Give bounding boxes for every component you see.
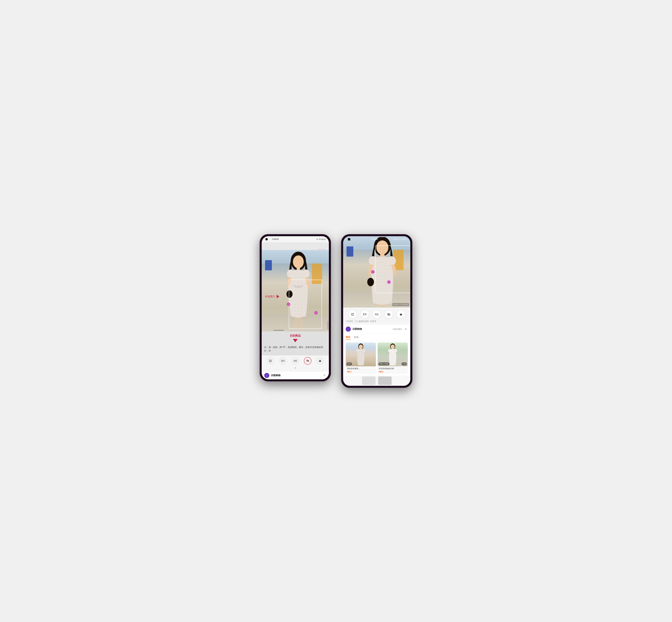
phone-left: 中国联通 👁 76 00:16 关注 — [260, 234, 331, 381]
3d-icon[interactable]: ◈ — [316, 357, 324, 365]
long-press-label: 长按图片 — [265, 295, 279, 298]
product-figure-1 — [354, 343, 368, 366]
shopping-panel-header: 识图购物 问题与建议 × — [343, 324, 410, 334]
battery-right: 76 — [400, 238, 402, 240]
date-extra: 全母否 — [370, 320, 376, 323]
bottom-toolbar-left: ⊡ 文A A⊡ 🛍 — [262, 355, 329, 371]
fullscreen-icon[interactable]: ⊡ — [267, 357, 274, 365]
battery-left: 76 — [319, 238, 321, 240]
action-btn-ocr[interactable]: A⊡ — [372, 310, 381, 318]
scroll-thumb — [273, 330, 284, 331]
product-thumb-4 — [378, 376, 391, 385]
product-2-badge: 700+人付款 — [378, 362, 389, 366]
camera-hole-left — [265, 238, 268, 240]
svg-point-17 — [367, 278, 374, 286]
scroll-indicator — [328, 321, 328, 330]
action-btn-shopping[interactable]: 🛍 — [384, 310, 393, 318]
carrier-left: 中国联通 — [272, 238, 278, 240]
date-text: 7月19日 — [346, 320, 353, 323]
identify-arrow-down — [264, 339, 326, 343]
tab-taobao[interactable]: 淘宝 — [346, 335, 350, 340]
product-1-name: 同款连衣裙泡… — [347, 367, 375, 370]
svg-point-21 — [356, 349, 359, 352]
scroll-bar — [265, 330, 326, 331]
translate-icon-right[interactable]: 文A — [361, 310, 369, 318]
toolbar-icons-row: ⊡ 文A A⊡ 🛍 — [264, 357, 326, 365]
product-2-name: 碎花泡泡袖连衣裙 — [379, 367, 406, 370]
shopping-bag-icon[interactable]: 🛍 — [304, 357, 311, 365]
close-button-left[interactable]: × — [322, 373, 326, 378]
status-right-right: 3 K/s 👁 76 00:12 — [393, 238, 407, 240]
fullscreen-icon-right[interactable]: ⊡ — [348, 310, 357, 318]
content-text: 次，渐…此机…种"节"…是虚构的。最后，您表示没有做此罪行，并 — [264, 346, 326, 353]
shopping-logo-left — [264, 373, 269, 378]
product-2-price: ¥99.9 — [379, 370, 406, 373]
product-1-price: ¥82.0 — [347, 370, 375, 373]
status-bar-right-overlay: 中国联通 3 K/s 👁 76 00:12 — [343, 236, 410, 242]
shopping-bag-icon-right[interactable]: 🛍 — [384, 310, 393, 318]
svg-point-19 — [359, 345, 363, 349]
product-1-info: 同款连衣裙泡… ¥82.0 — [346, 366, 376, 374]
time-left: 00:16 — [321, 238, 326, 240]
shopping-title-left: 识图购物 — [271, 374, 321, 377]
watermark: 百成举 | 灯东春秋典 — [393, 303, 409, 306]
product-figure-2 — [386, 343, 400, 366]
eye-icon-left: 👁 — [316, 238, 318, 240]
action-btn-fullscreen[interactable]: ⊡ — [348, 310, 357, 318]
content-area-left: 识别商品 次，渐…此机…种"节"…是虚构的。最后，您表示没有做此罪行，并 — [262, 332, 329, 355]
action-btn-3d[interactable]: ◈ — [397, 310, 405, 318]
product-image-1: 杭州 — [346, 343, 376, 366]
svg-point-22 — [363, 349, 365, 352]
action-btn-translate[interactable]: 文A — [361, 310, 369, 318]
feedback-link[interactable]: 问题与建议 — [393, 328, 402, 331]
time-right: 00:12 — [403, 238, 407, 240]
translate-icon[interactable]: 文A — [279, 357, 287, 365]
toolbar-btn-shopping[interactable]: 🛍 — [304, 357, 311, 365]
arrow-down-icon — [293, 339, 298, 342]
toolbar-btn-fullscreen[interactable]: ⊡ — [267, 357, 274, 365]
camera-hole-right — [348, 238, 350, 240]
toolbar-btn-3d[interactable]: ◈ — [316, 357, 324, 365]
phone-left-screen: 中国联通 👁 76 00:16 关注 — [262, 236, 329, 379]
date-suffix: 三人发微信击明 — [354, 320, 369, 323]
shopping-title-right: 识图购物 — [352, 327, 391, 331]
svg-point-1 — [293, 255, 304, 268]
shopping-logo-right — [346, 326, 351, 332]
arrow-right-icon — [276, 295, 279, 298]
tab-jingdong[interactable]: 京东 — [354, 335, 359, 340]
product-1-location: 杭州 — [346, 362, 352, 366]
product-grid: 杭州 同款连衣裙泡… ¥82.0 — [343, 341, 410, 375]
post-image-area: 长按图片 — [262, 250, 329, 332]
product-card-1[interactable]: 杭州 同款连衣裙泡… ¥82.0 — [346, 343, 376, 374]
toolbar-btn-translate[interactable]: 文A — [279, 357, 287, 365]
detection-rect-left — [289, 280, 322, 329]
phone-right-screen: 中国联通 3 K/s 👁 76 00:12 百成举 | 灯东春秋典 ⊡ — [343, 236, 410, 386]
action-icons-row-right: ⊡ 文A A⊡ 🛍 ◈ — [343, 308, 410, 319]
more-products-area — [343, 376, 410, 386]
toolbar-btn-ocr[interactable]: A⊡ — [292, 357, 299, 365]
svg-point-24 — [390, 345, 395, 349]
page-container: 中国联通 👁 76 00:16 关注 — [260, 234, 412, 388]
carrier-right: 中国联通 — [371, 238, 378, 240]
status-right-left: 👁 76 00:16 — [316, 238, 326, 240]
ocr-icon[interactable]: A⊡ — [292, 357, 299, 365]
identify-label: 识别商品 — [264, 334, 326, 338]
product-thumb-3 — [362, 376, 376, 385]
product-card-2[interactable]: 700+人付款 广州 碎花泡泡袖连衣裙 ¥99.9 — [378, 343, 408, 374]
close-button-right[interactable]: × — [404, 327, 408, 331]
ocr-icon-right[interactable]: A⊡ — [372, 310, 381, 318]
detection-rect-right — [375, 246, 410, 293]
eye-icon-right: 👁 — [398, 238, 400, 240]
phone2-image-area: 中国联通 3 K/s 👁 76 00:12 百成举 | 灯东春秋典 — [343, 236, 410, 308]
chevron-up-icon[interactable]: ∧ — [264, 366, 326, 370]
shopping-panel-right: 识图购物 问题与建议 × 淘宝 京东 — [343, 324, 410, 386]
svg-point-7 — [302, 270, 310, 278]
3d-icon-right[interactable]: ◈ — [397, 310, 405, 318]
product-2-location: 广州 — [402, 362, 407, 366]
phone-right: 中国联通 3 K/s 👁 76 00:12 百成举 | 灯东春秋典 ⊡ — [341, 234, 412, 388]
speed-right: 3 K/s — [393, 238, 397, 240]
price-value-2: 99.9 — [380, 371, 383, 373]
product-2-info: 碎花泡泡袖连衣裙 ¥99.9 — [378, 366, 408, 374]
date-strip: 7月19日 三人发微信击明 全母否 — [343, 319, 410, 324]
product-image-2: 700+人付款 广州 — [378, 343, 408, 366]
